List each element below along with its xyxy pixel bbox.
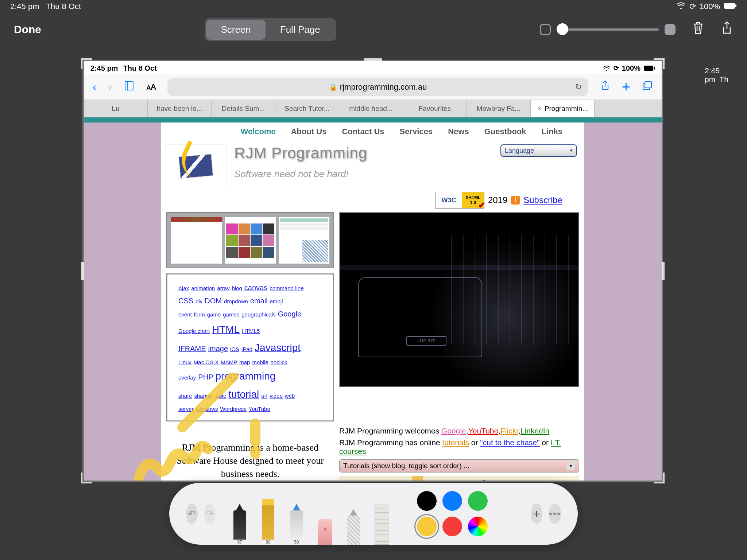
nav-contact[interactable]: Contact Us: [342, 127, 384, 141]
language-dropdown[interactable]: Language: [500, 144, 577, 157]
crop-handle-tr[interactable]: [654, 58, 665, 69]
crop-handle-right[interactable]: [662, 262, 665, 280]
tag-programming[interactable]: programming: [215, 370, 275, 382]
tag-games[interactable]: games: [223, 311, 239, 318]
tag-emoji[interactable]: emoji: [270, 298, 283, 304]
tag-game[interactable]: game: [207, 311, 221, 318]
tab-2[interactable]: Details Sum...: [212, 100, 275, 117]
crop-handle-top[interactable]: [364, 58, 382, 61]
link-flickr[interactable]: Flickr: [500, 427, 518, 435]
tag-email[interactable]: email: [250, 297, 268, 305]
tag-ios[interactable]: iOS: [230, 346, 239, 352]
tag-google[interactable]: Google: [278, 310, 302, 318]
tab-7-active[interactable]: ✕Programmin...: [531, 100, 595, 117]
color-yellow[interactable]: [417, 517, 437, 536]
tag-dom[interactable]: DOM: [205, 297, 222, 305]
back-icon[interactable]: ‹: [93, 80, 97, 94]
tag-image[interactable]: image: [208, 345, 228, 353]
segment-screen[interactable]: Screen: [206, 20, 265, 40]
tag-map[interactable]: map: [239, 359, 250, 365]
eraser-tool[interactable]: ✕: [315, 497, 335, 545]
reader-aa-icon[interactable]: AA: [146, 82, 156, 92]
tag-linux[interactable]: Linux: [178, 359, 191, 365]
redo-button[interactable]: ↷: [204, 503, 216, 524]
tag-overlay[interactable]: overlay: [178, 374, 196, 381]
close-tab-icon[interactable]: ✕: [537, 105, 542, 112]
reload-icon[interactable]: ↻: [575, 82, 582, 92]
site-logo[interactable]: [165, 144, 227, 188]
next-screenshot-peek[interactable]: 2:45 pm Th Done: [701, 61, 747, 90]
ruler-tool[interactable]: [372, 497, 392, 545]
tag-event[interactable]: event: [178, 311, 192, 318]
more-button[interactable]: •••: [549, 503, 561, 524]
w3c-badge[interactable]: W3C XHTML1.0: [435, 192, 484, 209]
tag-html5[interactable]: HTML5: [242, 328, 260, 334]
tag-server[interactable]: server: [178, 406, 194, 412]
tab-3[interactable]: Search Tutor...: [275, 100, 339, 117]
lasso-tool[interactable]: [343, 497, 364, 545]
thumb-2[interactable]: [224, 217, 276, 264]
thumb-3[interactable]: [278, 217, 330, 264]
tag-share[interactable]: share: [178, 393, 192, 399]
tag-iframe[interactable]: IFRAME: [178, 345, 206, 353]
tag-web[interactable]: web: [285, 393, 295, 399]
tag-video[interactable]: video: [270, 393, 283, 399]
tag-wordpress[interactable]: Wordpress: [220, 406, 247, 412]
link-google[interactable]: Google: [441, 427, 466, 435]
tag-css[interactable]: CSS: [178, 297, 193, 305]
tab-4[interactable]: middle head...: [339, 100, 403, 117]
cut-link[interactable]: "cut to the chase": [480, 438, 539, 447]
tag-ipad[interactable]: iPad: [241, 346, 252, 352]
nav-about[interactable]: About Us: [291, 127, 327, 141]
tab-6[interactable]: Mowbray Fa...: [467, 100, 531, 117]
address-bar[interactable]: 🔒 rjmprogramming.com.au ↻: [167, 78, 588, 96]
tag-form[interactable]: form: [194, 311, 205, 318]
color-blue[interactable]: [442, 491, 462, 511]
nav-welcome[interactable]: Welcome: [241, 127, 276, 141]
tag-div[interactable]: div: [196, 298, 202, 304]
subscribe-link[interactable]: Subscribe: [523, 195, 562, 205]
tag-array[interactable]: array: [217, 285, 229, 291]
tag-canvas[interactable]: canvas: [244, 284, 267, 292]
map-widget[interactable]: ▲ Enmore Reiby Ln Newtown High School of…: [339, 476, 579, 481]
tag-google-chart[interactable]: Google chart: [178, 328, 210, 334]
nav-services[interactable]: Services: [400, 127, 433, 141]
tag-tutorial[interactable]: tutorial: [228, 389, 259, 400]
thumb-1[interactable]: [171, 217, 222, 264]
tab-5[interactable]: Favourites: [403, 100, 467, 117]
add-shape-button[interactable]: +: [531, 503, 542, 524]
tag-php[interactable]: PHP: [198, 373, 213, 381]
new-tab-icon[interactable]: +: [622, 79, 630, 95]
safari-share-icon[interactable]: [600, 80, 610, 94]
tutorials-dropdown[interactable]: Tutorials (show blog, toggle sort order)…: [339, 459, 579, 472]
tabs-icon[interactable]: [642, 80, 653, 94]
slider-knob[interactable]: [557, 23, 568, 35]
nav-news[interactable]: News: [448, 127, 469, 141]
tag-sharing[interactable]: sharing: [194, 393, 212, 399]
tutorials-link[interactable]: tutorials: [442, 438, 469, 447]
tab-0[interactable]: Lu: [84, 100, 148, 117]
crop-handle-tl[interactable]: [81, 58, 92, 69]
pen-tool[interactable]: 97: [229, 497, 250, 545]
opacity-slider[interactable]: [557, 28, 659, 31]
nav-links[interactable]: Links: [542, 127, 562, 141]
tag-mamp[interactable]: MAMP: [221, 359, 237, 365]
bookmarks-icon[interactable]: [124, 80, 135, 94]
capture-mode-segmented[interactable]: Screen Full Page: [205, 18, 336, 41]
tag-mobile[interactable]: mobile: [252, 359, 268, 365]
tag-animation[interactable]: animation: [191, 285, 215, 291]
tag-table[interactable]: table: [214, 393, 227, 399]
crop-handle-left[interactable]: [81, 262, 84, 280]
tag-command-line[interactable]: command line: [270, 285, 303, 291]
tag-mac-os-x[interactable]: Mac OS X: [194, 359, 218, 365]
tag-geographicals[interactable]: geographicals: [241, 311, 275, 318]
tag-html[interactable]: HTML: [212, 324, 240, 335]
color-green[interactable]: [468, 491, 488, 511]
nav-guestbook[interactable]: Guestbook: [484, 127, 526, 141]
tag-ajax[interactable]: Ajax: [178, 285, 189, 291]
screenshot-canvas[interactable]: 2:45 pm Thu 8 Oct ⟳ 100% ‹ › AA 🔒 rjmpro…: [84, 61, 662, 481]
trash-icon[interactable]: [692, 21, 705, 39]
color-black[interactable]: [417, 491, 437, 511]
pencil-tool[interactable]: 50: [286, 497, 307, 545]
color-red[interactable]: [442, 517, 462, 536]
